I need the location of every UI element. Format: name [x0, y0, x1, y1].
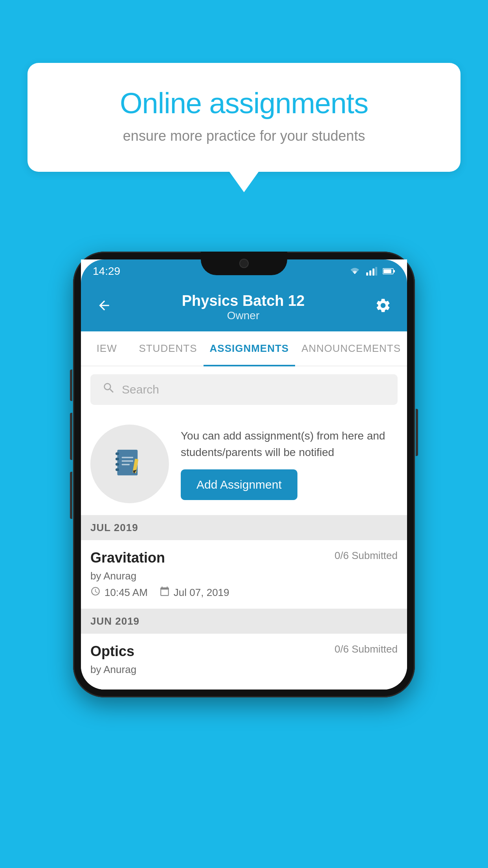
- tab-iew[interactable]: IEW: [81, 331, 132, 366]
- search-container: Search: [81, 366, 407, 413]
- header-title: Physics Batch 12: [182, 292, 305, 309]
- promo-section: You can add assignment(s) from here and …: [81, 413, 407, 515]
- settings-button[interactable]: [375, 297, 391, 317]
- volume-up-button: [70, 413, 72, 460]
- speech-bubble-subtitle: ensure more practice for your students: [59, 128, 429, 144]
- svg-rect-8: [116, 452, 119, 455]
- battery-icon: [383, 268, 395, 275]
- svg-rect-5: [393, 270, 395, 272]
- svg-rect-3: [375, 267, 377, 276]
- add-assignment-button[interactable]: Add Assignment: [181, 469, 297, 500]
- section-header-jul: JUL 2019: [81, 515, 407, 540]
- assignment-item-gravitation[interactable]: Gravitation 0/6 Submitted by Anurag 10:4…: [81, 540, 407, 609]
- assignment-submitted-optics: 0/6 Submitted: [335, 643, 398, 655]
- back-button[interactable]: [97, 298, 112, 316]
- svg-rect-0: [366, 272, 368, 276]
- svg-rect-14: [122, 464, 130, 465]
- magnifier-icon: [102, 381, 116, 395]
- app-header: Physics Batch 12 Owner: [81, 283, 407, 331]
- speech-bubble-title: Online assignments: [59, 86, 429, 120]
- speech-bubble: Online assignments ensure more practice …: [28, 63, 460, 172]
- phone-notch: [201, 252, 287, 275]
- gear-icon: [375, 297, 391, 314]
- power-button: [416, 409, 418, 456]
- search-bar[interactable]: Search: [90, 374, 398, 405]
- notebook-icon: [112, 446, 147, 482]
- status-time: 14:29: [93, 265, 120, 278]
- assignment-item-optics[interactable]: Optics 0/6 Submitted by Anurag: [81, 634, 407, 690]
- assignment-by-optics: by Anurag: [90, 664, 398, 676]
- svg-rect-12: [122, 457, 133, 458]
- svg-rect-1: [369, 270, 371, 276]
- section-header-jun: JUN 2019: [81, 609, 407, 634]
- svg-rect-11: [116, 468, 119, 471]
- volume-mute-button: [70, 370, 72, 401]
- calendar-svg: [160, 586, 170, 596]
- wifi-icon: [349, 267, 361, 276]
- assignment-time: 10:45 AM: [105, 587, 148, 599]
- status-icons: [349, 267, 395, 276]
- svg-rect-6: [383, 269, 391, 273]
- front-camera: [239, 259, 249, 268]
- clock-icon: [90, 586, 101, 599]
- meta-date: Jul 07, 2019: [160, 586, 229, 599]
- assignment-date: Jul 07, 2019: [174, 587, 229, 599]
- assignment-meta: 10:45 AM Jul 07, 2019: [90, 586, 398, 599]
- promo-icon-circle: [90, 425, 169, 503]
- svg-rect-2: [372, 268, 374, 276]
- calendar-icon: [160, 586, 170, 599]
- assignment-row-top: Gravitation 0/6 Submitted: [90, 550, 398, 566]
- tabs-bar: IEW STUDENTS ASSIGNMENTS ANNOUNCEMENTS: [81, 331, 407, 366]
- arrow-back-icon: [97, 298, 112, 313]
- header-subtitle: Owner: [182, 309, 305, 322]
- meta-time: 10:45 AM: [90, 586, 148, 599]
- search-icon: [102, 381, 116, 398]
- svg-rect-10: [116, 463, 119, 466]
- volume-down-button: [70, 472, 72, 519]
- app-screen: 14:29: [81, 259, 407, 690]
- promo-right: You can add assignment(s) from here and …: [181, 428, 398, 500]
- tab-assignments[interactable]: ASSIGNMENTS: [204, 331, 295, 366]
- search-input[interactable]: Search: [122, 383, 159, 396]
- promo-text: You can add assignment(s) from here and …: [181, 428, 398, 461]
- tab-students[interactable]: STUDENTS: [132, 331, 203, 366]
- svg-rect-9: [116, 458, 119, 460]
- phone-body: 14:29: [73, 252, 415, 697]
- assignment-by: by Anurag: [90, 570, 398, 582]
- clock-svg: [90, 586, 101, 596]
- assignment-row-top-optics: Optics 0/6 Submitted: [90, 643, 398, 660]
- assignment-name: Gravitation: [90, 550, 165, 566]
- tab-announcements[interactable]: ANNOUNCEMENTS: [295, 331, 407, 366]
- svg-rect-13: [122, 460, 133, 462]
- assignment-submitted: 0/6 Submitted: [335, 550, 398, 562]
- signal-icon: [366, 267, 377, 276]
- header-center: Physics Batch 12 Owner: [182, 292, 305, 322]
- speech-bubble-container: Online assignments ensure more practice …: [28, 63, 460, 172]
- phone-device: 14:29: [73, 252, 415, 697]
- assignment-name-optics: Optics: [90, 643, 134, 660]
